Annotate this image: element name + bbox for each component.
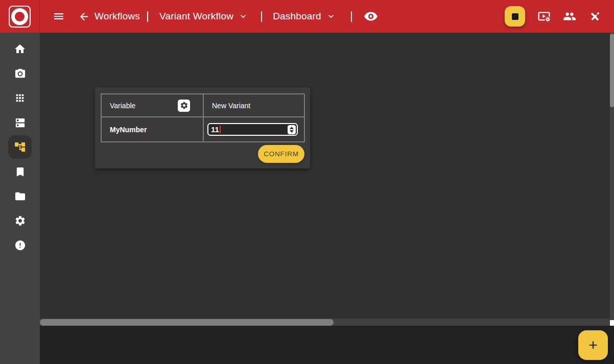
topbar-actions: [505, 6, 614, 27]
table-row-variable-name: MyNumber: [101, 117, 203, 142]
sidebar-item-errors[interactable]: [0, 233, 40, 257]
sidebar-item-dns[interactable]: [0, 110, 40, 135]
sidebar: [0, 33, 40, 364]
preview-button[interactable]: [364, 9, 378, 23]
dns-icon: [14, 117, 26, 129]
stop-icon: [512, 13, 518, 20]
folder-icon: [14, 190, 26, 202]
add-button[interactable]: +: [578, 330, 608, 360]
vertical-scrollbar-thumb[interactable]: [610, 34, 614, 107]
workflow-selector-label: Variant Workflow: [159, 11, 233, 22]
bookmark-icon: [14, 166, 26, 178]
confirm-button[interactable]: CONFIRM: [258, 145, 304, 163]
video-settings-button[interactable]: [537, 10, 551, 23]
number-spinner-icon[interactable]: [288, 125, 296, 134]
variant-value-text: 11: [211, 125, 219, 134]
dashboard-selector-label: Dashboard: [273, 11, 321, 22]
workflow-tree-icon: [14, 141, 26, 153]
variable-settings-button[interactable]: [178, 100, 190, 112]
gear-icon: [14, 215, 26, 227]
column-header-new-variant: New Variant: [203, 94, 305, 117]
table-row-value-cell: 11: [203, 117, 305, 142]
breadcrumb-separator: |: [351, 11, 352, 22]
app-logo[interactable]: [0, 0, 40, 33]
stop-button[interactable]: [505, 6, 525, 27]
sidebar-item-home[interactable]: [0, 37, 40, 61]
bottom-panel: +: [40, 326, 614, 364]
breadcrumb-workflows[interactable]: Workflows: [95, 11, 140, 22]
gear-icon: [180, 101, 188, 110]
topbar-breadcrumb-area: Workflows | Variant Workflow | Dashboard…: [40, 0, 378, 33]
chevron-down-icon: [326, 11, 336, 21]
error-icon: [14, 239, 26, 251]
sidebar-active-indicator: [8, 135, 32, 159]
video-settings-icon: [537, 10, 551, 23]
topbar: Workflows | Variant Workflow | Dashboard…: [0, 0, 614, 33]
breadcrumb-separator: |: [261, 11, 262, 22]
chevron-down-icon: [238, 11, 248, 21]
sidebar-item-settings[interactable]: [0, 208, 40, 233]
edit-off-button[interactable]: [588, 10, 601, 23]
sidebar-item-bookmarks[interactable]: [0, 159, 40, 184]
variant-value-input[interactable]: 11: [207, 123, 298, 136]
variant-table: Variable New Variant MyNumber 11: [101, 93, 304, 142]
back-button[interactable]: [78, 11, 90, 22]
users-button[interactable]: [563, 10, 576, 23]
logo-icon: [9, 6, 31, 28]
horizontal-scrollbar-thumb[interactable]: [40, 319, 334, 326]
dashboard-selector[interactable]: Dashboard: [273, 11, 336, 22]
scrollbar-corner: [610, 320, 614, 326]
new-variant-column-label: New Variant: [212, 102, 250, 110]
eye-icon: [364, 9, 378, 23]
people-icon: [563, 10, 576, 23]
sidebar-item-apps[interactable]: [0, 86, 40, 110]
sidebar-item-camera[interactable]: [0, 61, 40, 86]
apps-grid-icon: [14, 92, 26, 104]
edit-off-icon: [588, 10, 601, 23]
camera-icon: [14, 68, 26, 80]
menu-icon: [53, 10, 65, 22]
menu-button[interactable]: [53, 10, 65, 22]
workflow-selector[interactable]: Variant Workflow: [159, 11, 248, 22]
home-icon: [14, 43, 26, 55]
variable-name-label: MyNumber: [110, 126, 147, 134]
variable-column-label: Variable: [110, 102, 135, 110]
column-header-variable: Variable: [101, 94, 203, 117]
breadcrumb-separator: |: [147, 11, 148, 22]
workflow-canvas: Variable New Variant MyNumber 11: [40, 33, 614, 326]
text-caret: [220, 126, 221, 133]
variant-panel: Variable New Variant MyNumber 11: [95, 87, 310, 168]
sidebar-item-files[interactable]: [0, 184, 40, 208]
vertical-scrollbar[interactable]: [610, 33, 614, 326]
back-arrow-icon: [78, 11, 90, 22]
sidebar-item-workflows[interactable]: [0, 135, 40, 159]
horizontal-scrollbar[interactable]: [40, 319, 610, 326]
